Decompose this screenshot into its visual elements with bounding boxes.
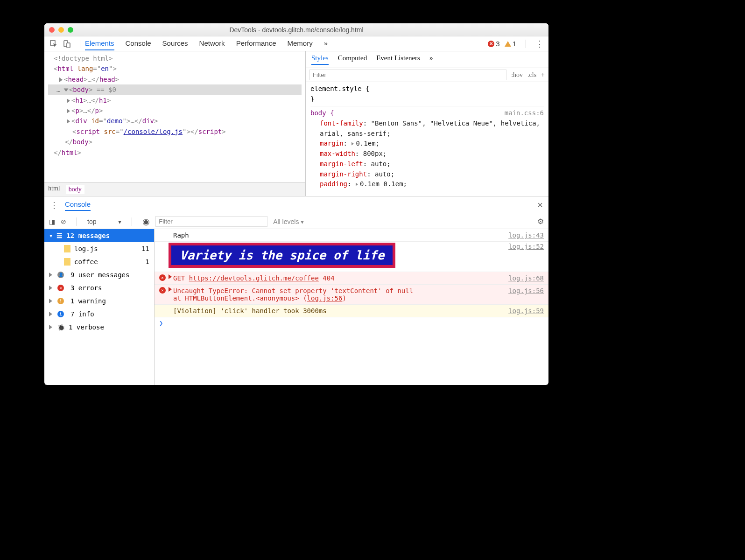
source-link[interactable]: log.js:52	[504, 243, 544, 250]
error-message[interactable]: ✕ GET https://devtools.glitch.me/coffee …	[155, 272, 548, 285]
sidebar-warnings[interactable]: !1 warning	[44, 294, 154, 308]
styles-tabs: Styles Computed Event Listeners »	[306, 51, 548, 68]
styles-filter-input[interactable]	[309, 70, 506, 80]
dom-p[interactable]: <p>…</p>	[48, 105, 302, 116]
console-drawer: ⋮ Console × ◨ ⊘ top ▾ ◉ All levels ▾ ⚙ ▾…	[44, 196, 548, 385]
log-message[interactable]: Raph log.js:43	[155, 229, 548, 242]
dom-body-close[interactable]: </body>	[48, 137, 302, 147]
source-link[interactable]: log.js:68	[504, 274, 544, 282]
dom-tree[interactable]: <!doctype html> <html lang="en"> <head>……	[44, 51, 305, 182]
device-icon[interactable]	[62, 39, 71, 49]
main-toolbar: Elements Console Sources Network Perform…	[44, 36, 548, 51]
tab-elements[interactable]: Elements	[85, 37, 114, 50]
info-icon: i	[57, 311, 64, 317]
styles-rules[interactable]: element.style {} main.css:6 body { font-…	[306, 82, 548, 196]
styles-filter-row: :hov .cls +	[306, 68, 548, 82]
error-count: 3	[496, 40, 499, 48]
console-messages: Raph log.js:43 Variety is the spice of l…	[155, 229, 548, 385]
breadcrumb-html[interactable]: html	[48, 185, 60, 194]
warning-count-badge[interactable]: 1	[505, 40, 516, 48]
tab-computed[interactable]: Computed	[338, 54, 367, 65]
warning-icon	[505, 41, 511, 47]
console-prompt[interactable]: ❯	[155, 317, 548, 329]
body-rule[interactable]: main.css:6 body { font-family: "Benton S…	[310, 106, 544, 189]
drawer-console-tab[interactable]: Console	[65, 199, 91, 211]
sidebar-info[interactable]: i7 info	[44, 308, 154, 321]
tab-memory[interactable]: Memory	[288, 37, 313, 50]
styles-panel: Styles Computed Event Listeners » :hov .…	[306, 51, 548, 196]
error-icon: ✕	[57, 285, 64, 291]
tab-styles[interactable]: Styles	[311, 54, 329, 65]
console-sidebar: ▾☰12 messages log.js11 coffee1 👤9 user m…	[44, 229, 155, 385]
sidebar-messages[interactable]: ▾☰12 messages	[44, 229, 154, 242]
console-toolbar: ◨ ⊘ top ▾ ◉ All levels ▾ ⚙	[44, 214, 548, 229]
error-count-badge[interactable]: ✕3	[488, 40, 499, 48]
source-link[interactable]: log.js:43	[504, 231, 544, 239]
live-expression-icon[interactable]: ◉	[142, 217, 150, 227]
cls-toggle[interactable]: .cls	[527, 71, 536, 79]
element-style-rule[interactable]: element.style {}	[310, 84, 544, 104]
svg-rect-2	[67, 43, 70, 48]
tab-console[interactable]: Console	[126, 37, 151, 50]
file-icon	[64, 245, 70, 252]
inspect-icon[interactable]	[49, 39, 58, 49]
titlebar: DevTools - devtools.glitch.me/console/lo…	[44, 23, 548, 36]
log-level-selector[interactable]: All levels ▾	[273, 218, 304, 225]
dom-html-close[interactable]: </html>	[48, 147, 302, 158]
sidebar-coffee[interactable]: coffee1	[44, 255, 154, 268]
new-rule-button[interactable]: +	[541, 71, 545, 79]
warning-icon: !	[57, 298, 64, 304]
console-menu-icon[interactable]: ⋮	[50, 200, 58, 210]
window-title: DevTools - devtools.glitch.me/console/lo…	[44, 26, 548, 34]
sidebar-logjs[interactable]: log.js11	[44, 242, 154, 255]
breadcrumb-body[interactable]: body	[66, 185, 84, 194]
breadcrumb: html body	[44, 182, 305, 196]
user-icon: 👤	[57, 272, 64, 278]
close-drawer-icon[interactable]: ×	[537, 200, 543, 210]
sidebar-toggle-icon[interactable]: ◨	[49, 218, 55, 225]
file-icon	[64, 258, 70, 266]
sidebar-verbose[interactable]: 1 verbose	[44, 321, 154, 334]
console-header: ⋮ Console ×	[44, 196, 548, 214]
styles-tabs-more[interactable]: »	[429, 54, 433, 65]
tab-sources[interactable]: Sources	[162, 37, 188, 50]
css-source-link[interactable]: main.css:6	[505, 108, 544, 119]
dom-h1[interactable]: <h1>…</h1>	[48, 95, 302, 105]
styled-log-message[interactable]: Variety is the spice of life log.js:52	[155, 242, 548, 272]
dom-body-selected[interactable]: … <body> == $0	[48, 84, 302, 95]
dom-script[interactable]: <script src="/console/log.js"></script>	[48, 126, 302, 137]
menu-icon[interactable]: ⋮	[535, 39, 544, 49]
tab-network[interactable]: Network	[199, 37, 225, 50]
hov-toggle[interactable]: :hov	[511, 71, 523, 79]
sidebar-errors[interactable]: ✕3 errors	[44, 281, 154, 294]
tabs-more[interactable]: »	[324, 37, 328, 50]
source-link[interactable]: log.js:56	[504, 287, 544, 294]
elements-panel: <!doctype html> <html lang="en"> <head>……	[44, 51, 306, 196]
dom-html[interactable]: <html lang="en">	[48, 63, 302, 74]
clear-console-icon[interactable]: ⊘	[61, 218, 66, 225]
console-settings-icon[interactable]: ⚙	[537, 217, 544, 226]
tab-performance[interactable]: Performance	[236, 37, 276, 50]
warning-count: 1	[513, 40, 516, 48]
error-icon: ✕	[159, 274, 166, 281]
violation-message[interactable]: [Violation] 'click' handler took 3000ms …	[155, 305, 548, 317]
verbose-icon	[57, 323, 65, 331]
source-link[interactable]: log.js:59	[504, 307, 544, 315]
devtools-window: DevTools - devtools.glitch.me/console/lo…	[44, 23, 548, 385]
tab-event-listeners[interactable]: Event Listeners	[376, 54, 420, 65]
dom-doctype[interactable]: <!doctype html>	[48, 53, 302, 63]
dom-head[interactable]: <head>…</head>	[48, 74, 302, 84]
sidebar-user-messages[interactable]: 👤9 user messages	[44, 268, 154, 281]
context-selector[interactable]: top ▾	[87, 218, 121, 225]
dom-div[interactable]: <div id="demo">…</div>	[48, 116, 302, 126]
error-message[interactable]: ✕ Uncaught TypeError: Cannot set propert…	[155, 285, 548, 305]
error-icon: ✕	[159, 287, 166, 294]
console-filter-input[interactable]	[155, 216, 267, 227]
panel-tabs: Elements Console Sources Network Perform…	[85, 37, 328, 50]
